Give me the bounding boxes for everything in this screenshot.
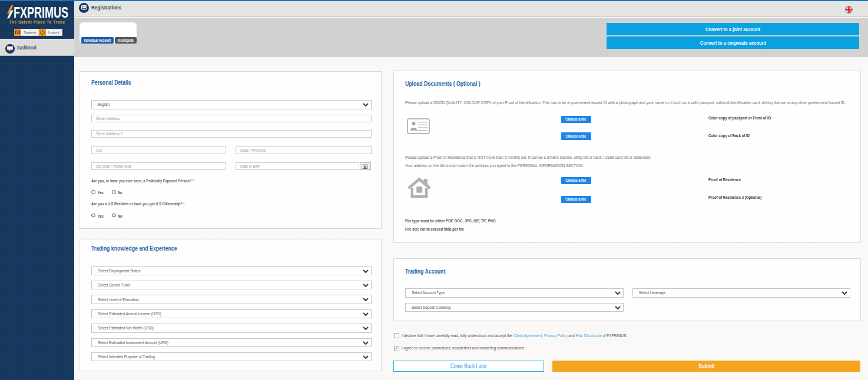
svg-text:FXPRIMUS: FXPRIMUS (14, 4, 68, 20)
